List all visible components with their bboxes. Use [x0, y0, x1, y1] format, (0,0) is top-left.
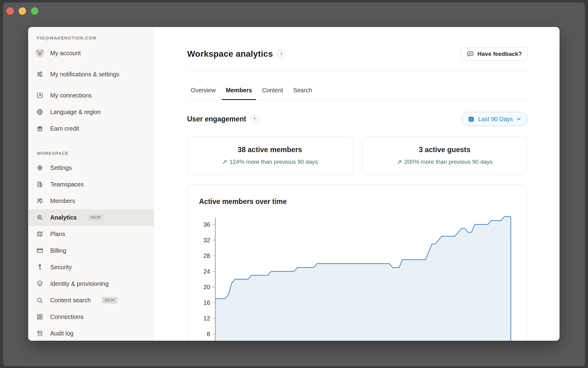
page-header: Workspace analytics ? Have feedback? — [187, 47, 527, 61]
zoom-window-button[interactable] — [31, 7, 38, 15]
arrow-up-right-square-icon — [36, 92, 43, 99]
svg-text:20: 20 — [203, 284, 210, 290]
page-title: Workspace analytics — [187, 49, 273, 59]
active-members-chart-card: Active members over time 363228242016128 — [187, 185, 527, 341]
credit-card-icon — [36, 247, 43, 254]
sidebar-item-label: My connections — [50, 92, 92, 99]
sidebar-item-teamspaces[interactable]: Teamspaces — [28, 176, 154, 193]
grid-icon — [36, 313, 43, 320]
sidebar-item-identity-provisioning[interactable]: Identity & provisioning — [28, 275, 154, 292]
user-engagement-header: User engagement ? Last 90 Days — [187, 112, 527, 126]
sidebar-item-billing[interactable]: Billing — [28, 242, 154, 259]
tab-search[interactable]: Search — [289, 87, 316, 100]
magnifier-plus-icon — [36, 214, 43, 221]
help-icon[interactable]: ? — [251, 115, 258, 123]
sidebar-item-plans[interactable]: Plans — [28, 226, 154, 242]
settings-modal: FIG@MAKENOTION.COM My account My notific… — [28, 27, 560, 341]
tab-content[interactable]: Content — [258, 87, 287, 100]
scroll-icon — [36, 330, 43, 337]
avatar — [35, 48, 44, 58]
stat-value: 3 active guests — [419, 146, 470, 154]
sidebar-item-label: Audit log — [50, 330, 74, 337]
stat-delta-text: 200% more than previous 90 days — [404, 159, 492, 165]
sidebar-item-language-region[interactable]: Language & region — [28, 104, 154, 120]
account-email-label: FIG@MAKENOTION.COM — [28, 36, 154, 45]
sidebar-item-label: Members — [50, 197, 75, 205]
settings-sidebar: FIG@MAKENOTION.COM My account My notific… — [28, 27, 154, 341]
date-range-label: Last 90 Days — [478, 116, 513, 123]
stat-delta: ↗ 124% more than previous 90 days — [222, 159, 318, 165]
workspace-section-label: WORKSPACE — [28, 151, 154, 157]
active-members-card: 38 active members ↗ 124% more than previ… — [187, 136, 353, 174]
date-range-dropdown[interactable]: Last 90 Days — [462, 112, 527, 126]
chart-area-fill — [215, 217, 511, 341]
sidebar-item-settings[interactable]: Settings — [28, 159, 154, 176]
stat-delta-text: 124% more than previous 90 days — [229, 159, 318, 165]
sidebar-item-my-notifications-settings[interactable]: My notifications & settings — [28, 61, 154, 87]
sidebar-item-label: My notifications & settings — [50, 69, 119, 80]
have-feedback-button[interactable]: Have feedback? — [461, 47, 527, 61]
new-badge: NEW — [102, 297, 117, 304]
sidebar-item-connections[interactable]: Connections — [28, 309, 154, 325]
key-icon — [36, 263, 43, 271]
tab-members[interactable]: Members — [222, 87, 256, 100]
chevron-down-icon — [516, 117, 521, 121]
sidebar-item-content-search[interactable]: Content search NEW — [28, 292, 154, 309]
sliders-icon — [36, 71, 43, 78]
sidebar-item-analytics[interactable]: Analytics NEW — [28, 209, 154, 226]
minimize-window-button[interactable] — [19, 7, 26, 15]
sidebar-item-label: My account — [50, 50, 81, 57]
shield-check-icon — [36, 280, 43, 287]
svg-text:36: 36 — [203, 221, 210, 228]
have-feedback-label: Have feedback? — [477, 51, 522, 57]
gift-icon — [36, 125, 43, 132]
sidebar-item-security[interactable]: Security — [28, 259, 154, 275]
sidebar-item-my-account[interactable]: My account — [28, 45, 154, 61]
close-window-button[interactable] — [6, 7, 14, 15]
magnifier-icon — [36, 297, 43, 304]
trend-up-icon: ↗ — [222, 159, 227, 165]
map-icon — [36, 230, 43, 238]
new-badge: NEW — [88, 214, 104, 221]
svg-text:32: 32 — [203, 237, 210, 243]
traffic-lights — [6, 7, 38, 15]
tab-overview[interactable]: Overview — [187, 87, 220, 100]
sidebar-item-label: Identity & provisioning — [50, 280, 109, 287]
stat-cards: 38 active members ↗ 124% more than previ… — [187, 136, 527, 174]
sidebar-item-label: Connections — [50, 313, 83, 320]
section-title: User engagement — [187, 115, 246, 123]
members-over-time-chart: 363228242016128 — [187, 185, 527, 341]
sidebar-item-earn-credit[interactable]: Earn credit — [28, 120, 154, 137]
sidebar-item-label: Security — [50, 264, 72, 271]
gear-icon — [36, 164, 43, 171]
help-icon[interactable]: ? — [277, 50, 285, 58]
sidebar-item-label: Language & region — [50, 109, 101, 116]
calendar-icon — [468, 116, 475, 123]
sidebar-item-audit-log[interactable]: Audit log — [28, 325, 154, 341]
people-icon — [36, 197, 43, 205]
svg-text:12: 12 — [203, 315, 210, 322]
analytics-main: Workspace analytics ? Have feedback? Ove… — [154, 27, 560, 341]
sidebar-item-label: Settings — [50, 164, 72, 171]
sidebar-item-label: Earn credit — [50, 125, 79, 132]
stat-delta: ↗ 200% more than previous 90 days — [397, 159, 492, 165]
analytics-tabs: Overview Members Content Search — [187, 71, 527, 100]
trend-up-icon: ↗ — [397, 159, 402, 165]
sidebar-item-label: Analytics — [50, 214, 77, 221]
sidebar-item-my-connections[interactable]: My connections — [28, 87, 154, 104]
svg-text:28: 28 — [203, 252, 210, 259]
chat-bubble-icon — [466, 50, 474, 58]
building-icon — [36, 181, 43, 188]
sidebar-item-label: Teamspaces — [50, 181, 84, 188]
svg-text:24: 24 — [203, 268, 210, 275]
svg-text:8: 8 — [207, 331, 210, 337]
sidebar-item-label: Billing — [50, 247, 66, 254]
sidebar-item-members[interactable]: Members — [28, 193, 154, 209]
active-guests-card: 3 active guests ↗ 200% more than previou… — [362, 136, 528, 174]
sidebar-item-label: Plans — [50, 231, 65, 238]
globe-icon — [36, 108, 43, 116]
chart-y-ticks: 363228242016128 — [203, 221, 215, 337]
stat-value: 38 active members — [238, 146, 302, 154]
sidebar-item-label: Content search — [50, 297, 91, 304]
svg-text:16: 16 — [203, 299, 210, 306]
